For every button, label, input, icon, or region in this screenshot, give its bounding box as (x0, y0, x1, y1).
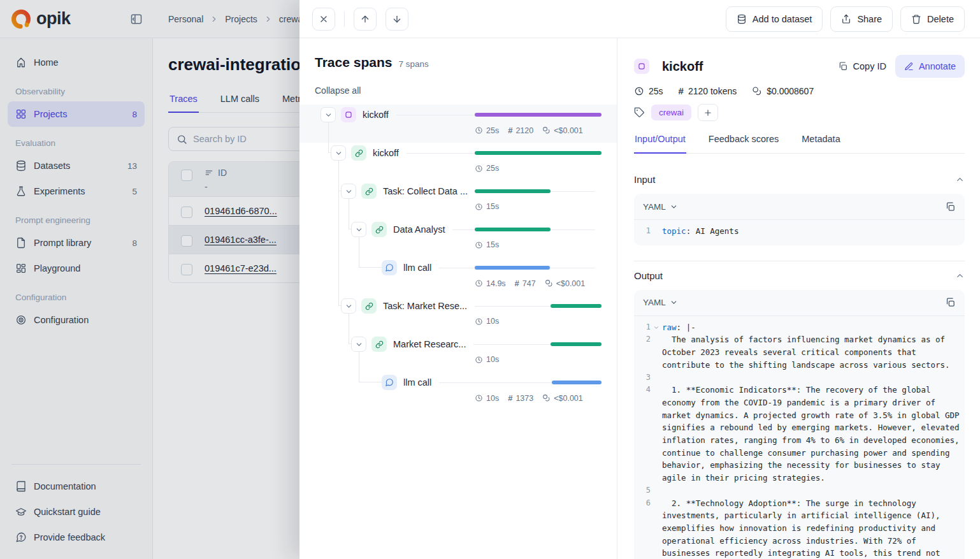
duration-bar (552, 381, 602, 384)
tool-span-icon (351, 145, 366, 161)
span-name: kickoff (373, 148, 399, 158)
chevron-down-icon[interactable] (351, 222, 366, 237)
add-tag-button[interactable] (698, 104, 718, 121)
code-line: 1raw: |- (639, 321, 960, 334)
tag-crewai[interactable]: crewai (651, 105, 691, 120)
clock-icon (475, 356, 483, 364)
tool-span-icon (361, 184, 377, 199)
prev-trace-button[interactable] (354, 8, 377, 31)
hash-icon: # (679, 85, 684, 96)
code-line: 2 The analysis of factors influencing ma… (639, 333, 960, 371)
trace-sheet: Add to dataset Share Delete (299, 0, 980, 559)
duration-bar (475, 189, 551, 193)
span-name: Market Researc... (393, 339, 466, 349)
clock-icon (475, 203, 483, 211)
trace-detail-panel: kickoff Copy ID (617, 38, 980, 559)
span-row[interactable]: Task: Market Rese... 10s (315, 296, 602, 334)
span-duration: 25s (475, 164, 499, 173)
line-number: 1 (639, 321, 651, 334)
input-copy-icon[interactable] (945, 201, 956, 212)
code-line: 3 (639, 372, 960, 384)
span-duration: 15s (475, 240, 499, 249)
span-name: Task: Market Rese... (383, 301, 467, 311)
output-label: Output (634, 270, 663, 281)
delete-button[interactable]: Delete (900, 6, 965, 32)
line-number: 1 (639, 225, 651, 238)
tool-span-icon (371, 222, 387, 237)
span-duration: 10s (475, 317, 499, 326)
span-name: llm call (403, 263, 431, 273)
tab-feedback-scores[interactable]: Feedback scores (708, 134, 779, 153)
tag-icon (634, 107, 645, 118)
coins-icon (752, 86, 762, 96)
add-to-dataset-button[interactable]: Add to dataset (726, 6, 823, 32)
span-row[interactable]: llm call 14.9s#747<$0.001 (315, 258, 602, 296)
close-icon[interactable] (312, 8, 335, 31)
toolbar-divider (344, 11, 345, 27)
input-format-select[interactable]: YAML (643, 202, 678, 212)
chevron-down-icon[interactable] (341, 184, 356, 199)
chevron-down-icon[interactable] (351, 337, 366, 352)
duration-bar (475, 228, 551, 231)
output-copy-icon[interactable] (945, 297, 956, 308)
clock-icon (475, 279, 483, 287)
span-row[interactable]: Data Analyst 15s (315, 219, 602, 258)
input-code-box: YAML 1topic: AI Agents (634, 194, 965, 245)
trash-icon (911, 14, 921, 24)
span-cost: <$0.001 (545, 279, 586, 288)
spans-panel-title: Trace spans (315, 55, 392, 70)
chevron-down-icon[interactable] (331, 145, 346, 161)
fold-chevron-icon[interactable] (651, 321, 662, 334)
span-duration: 10s (475, 355, 499, 364)
chevron-up-icon[interactable] (955, 271, 965, 280)
span-row[interactable]: llm call 10s#1373<$0.001 (315, 372, 602, 410)
span-cost: <$0.001 (542, 394, 583, 403)
tool-span-icon (371, 337, 387, 352)
code-line: 5 (639, 484, 960, 497)
span-tree: kickoff 25s#2120<$0.001 kickoff 25s Task… (315, 105, 602, 410)
copy-icon (838, 61, 848, 71)
line-number: 2 (639, 333, 651, 371)
span-name: kickoff (363, 110, 389, 120)
output-section-header: Output (634, 270, 965, 281)
collapse-all-link[interactable]: Collapse all (315, 85, 361, 96)
line-number: 5 (639, 484, 651, 497)
coins-icon (542, 394, 551, 402)
output-format-select[interactable]: YAML (643, 298, 678, 307)
span-row[interactable]: Market Researc... 10s (315, 334, 602, 372)
chevron-up-icon[interactable] (955, 175, 965, 184)
clock-icon (475, 241, 483, 249)
copy-id-button[interactable]: Copy ID (838, 61, 886, 71)
input-code: 1topic: AI Agents (634, 219, 965, 245)
share-button[interactable]: Share (830, 6, 893, 32)
annotate-button[interactable]: Annotate (895, 55, 965, 78)
span-cost: <$0.001 (542, 126, 583, 135)
trace-icon (634, 59, 649, 74)
span-row[interactable]: kickoff 25s (315, 143, 602, 181)
hash-icon: # (508, 393, 512, 403)
output-code-box: YAML 1raw: |-2 The analysis of factors i… (634, 290, 965, 559)
chevron-down-icon[interactable] (321, 107, 336, 122)
span-duration: 15s (475, 202, 499, 211)
hash-icon: # (508, 126, 512, 135)
next-trace-button[interactable] (386, 8, 408, 31)
code-line: 6 2. **Technology Adoption**: The surge … (639, 497, 960, 559)
tab-metadata[interactable]: Metadata (801, 134, 840, 153)
span-row[interactable]: Task: Collect Data ... 15s (315, 181, 602, 219)
section-divider (634, 261, 965, 261)
duration-bar (551, 304, 602, 308)
line-number: 3 (639, 372, 651, 384)
span-row[interactable]: kickoff 25s#2120<$0.001 (315, 105, 602, 143)
trace-span-icon (341, 107, 356, 122)
hash-icon: # (515, 279, 519, 288)
code-line: 1topic: AI Agents (639, 225, 960, 238)
sheet-toolbar: Add to dataset Share Delete (299, 0, 980, 38)
input-section-header: Input (634, 174, 965, 185)
tab-input-output[interactable]: Input/Output (634, 134, 686, 154)
chevron-down-icon[interactable] (341, 298, 356, 314)
tool-span-icon (361, 298, 377, 314)
clock-icon (475, 394, 483, 402)
share-icon (841, 14, 851, 24)
trace-spans-panel: Trace spans 7 spans Collapse all kickoff… (299, 38, 617, 559)
duration-bar (475, 151, 602, 155)
